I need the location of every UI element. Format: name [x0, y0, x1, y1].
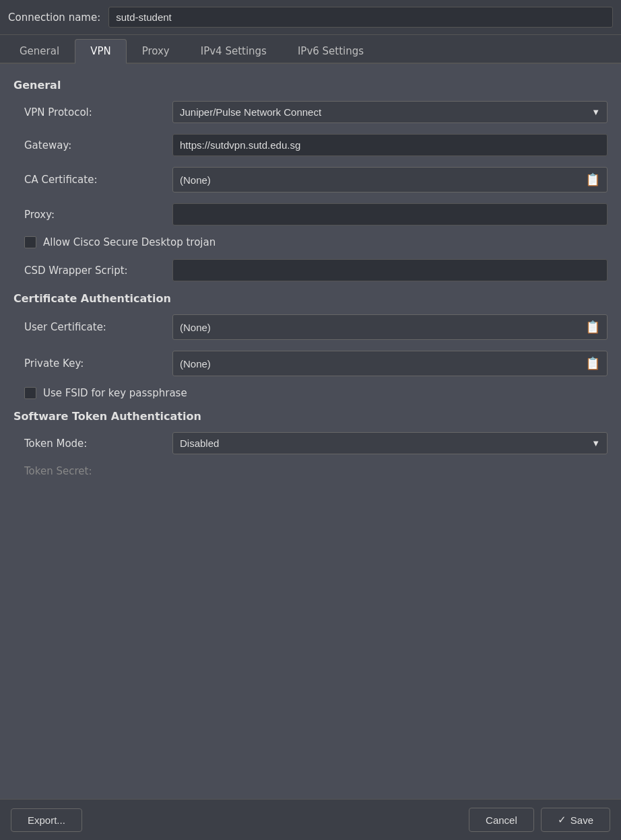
use-fsid-row: Use FSID for key passphrase	[13, 387, 608, 399]
csd-wrapper-row: CSD Wrapper Script:	[13, 259, 608, 281]
proxy-label: Proxy:	[24, 209, 172, 221]
allow-cisco-label: Allow Cisco Secure Desktop trojan	[43, 236, 216, 248]
vpn-protocol-dropdown[interactable]: Juniper/Pulse Network Connect ▼	[172, 101, 608, 123]
connection-name-input[interactable]	[108, 7, 613, 28]
allow-cisco-checkbox[interactable]	[24, 236, 36, 248]
software-token-section-title: Software Token Authentication	[13, 410, 608, 423]
bottom-bar-right: Cancel ✓ Save	[469, 808, 610, 832]
tab-vpn[interactable]: VPN	[75, 39, 127, 64]
tabs-row: General VPN Proxy IPv4 Settings IPv6 Set…	[0, 35, 621, 64]
cert-auth-section-title: Certificate Authentication	[13, 292, 608, 305]
token-mode-row: Token Mode: Disabled ▼	[13, 432, 608, 454]
proxy-input[interactable]	[172, 203, 608, 225]
connection-name-label: Connection name:	[8, 11, 100, 24]
use-fsid-label: Use FSID for key passphrase	[43, 387, 187, 399]
token-mode-label: Token Mode:	[24, 438, 172, 450]
gateway-label: Gateway:	[24, 139, 172, 151]
general-section-title: General	[13, 79, 608, 92]
token-mode-dropdown[interactable]: Disabled ▼	[172, 432, 608, 454]
ca-certificate-value: (None)	[180, 174, 211, 186]
save-checkmark-icon: ✓	[558, 814, 566, 826]
token-secret-label: Token Secret:	[24, 465, 172, 477]
allow-cisco-row: Allow Cisco Secure Desktop trojan	[13, 236, 608, 248]
tab-proxy[interactable]: Proxy	[127, 39, 185, 63]
private-key-picker[interactable]: (None) 📋	[172, 351, 608, 376]
gateway-input[interactable]	[172, 134, 608, 156]
cancel-button[interactable]: Cancel	[469, 808, 534, 832]
vpn-protocol-value: Juniper/Pulse Network Connect	[180, 106, 321, 118]
main-content: General VPN Protocol: Juniper/Pulse Netw…	[0, 64, 621, 799]
tab-ipv4-settings[interactable]: IPv4 Settings	[185, 39, 282, 63]
private-key-value: (None)	[180, 358, 211, 370]
tab-general[interactable]: General	[4, 39, 75, 63]
csd-wrapper-label: CSD Wrapper Script:	[24, 265, 172, 277]
token-mode-value: Disabled	[180, 438, 219, 449]
csd-wrapper-input[interactable]	[172, 259, 608, 281]
bottom-bar: Export... Cancel ✓ Save	[0, 799, 621, 840]
user-certificate-file-icon: 📋	[585, 320, 600, 335]
proxy-row: Proxy:	[13, 203, 608, 225]
ca-certificate-file-icon: 📋	[585, 172, 600, 187]
ca-certificate-label: CA Certificate:	[24, 174, 172, 186]
token-mode-arrow-icon: ▼	[591, 438, 600, 448]
private-key-label: Private Key:	[24, 357, 172, 370]
save-button[interactable]: ✓ Save	[541, 808, 610, 832]
ca-certificate-row: CA Certificate: (None) 📋	[13, 167, 608, 193]
save-label: Save	[570, 814, 593, 826]
private-key-row: Private Key: (None) 📋	[13, 351, 608, 376]
user-certificate-picker[interactable]: (None) 📋	[172, 314, 608, 340]
vpn-protocol-arrow-icon: ▼	[591, 107, 600, 117]
token-secret-row: Token Secret:	[13, 465, 608, 477]
user-certificate-label: User Certificate:	[24, 321, 172, 333]
ca-certificate-picker[interactable]: (None) 📋	[172, 167, 608, 193]
user-certificate-row: User Certificate: (None) 📋	[13, 314, 608, 340]
vpn-protocol-row: VPN Protocol: Juniper/Pulse Network Conn…	[13, 101, 608, 123]
export-button[interactable]: Export...	[11, 808, 82, 832]
use-fsid-checkbox[interactable]	[24, 387, 36, 399]
connection-name-row: Connection name:	[0, 0, 621, 35]
vpn-protocol-label: VPN Protocol:	[24, 106, 172, 118]
tab-ipv6-settings[interactable]: IPv6 Settings	[282, 39, 379, 63]
private-key-file-icon: 📋	[585, 356, 600, 371]
gateway-row: Gateway:	[13, 134, 608, 156]
user-certificate-value: (None)	[180, 322, 211, 333]
